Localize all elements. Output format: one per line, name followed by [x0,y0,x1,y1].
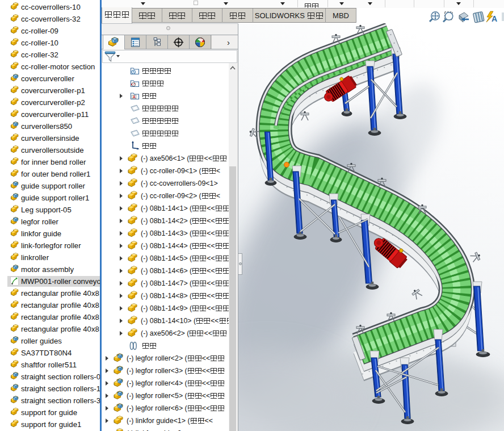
svg-text:A: A [492,14,497,23]
